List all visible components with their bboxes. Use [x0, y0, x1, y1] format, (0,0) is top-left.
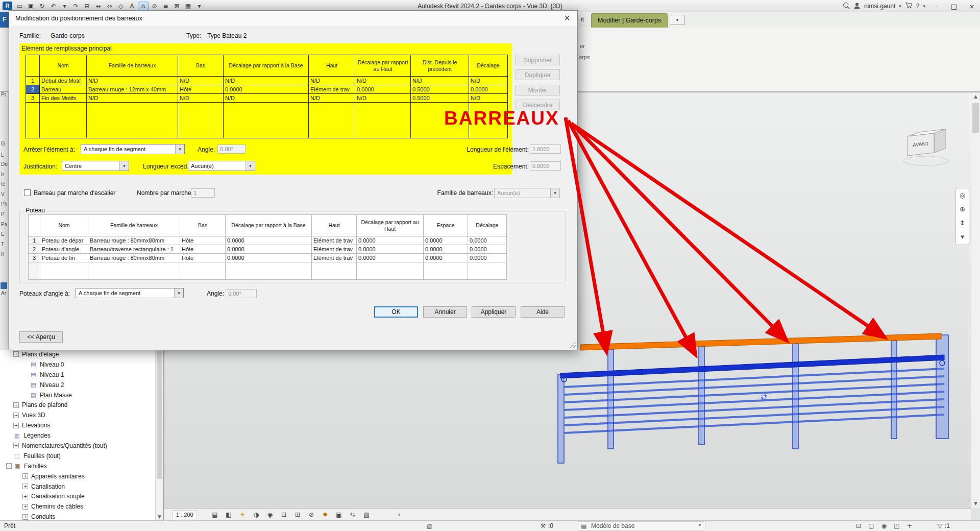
top-rail[interactable]	[580, 333, 941, 350]
cell[interactable]: Hôte	[178, 85, 224, 94]
view-cube[interactable]: AVANT	[900, 124, 953, 170]
tab-modifier-garde-corps[interactable]: Modifier | Garde-corps	[591, 13, 668, 28]
design-options-chevron-icon[interactable]: ▾	[694, 522, 705, 527]
help-icon[interactable]: ?	[916, 3, 920, 10]
cell[interactable]: Début des Motif	[40, 77, 87, 85]
expand-toggle[interactable]: +	[22, 504, 28, 510]
collapse-toggle[interactable]: -	[6, 463, 12, 469]
cell[interactable]: Fin des Motifs	[40, 94, 87, 103]
baluster-3[interactable]	[793, 344, 798, 449]
select-pinned-icon[interactable]: ◉	[878, 522, 890, 529]
justification-select[interactable]: Centre	[62, 161, 129, 171]
scrollbar-thumb[interactable]	[972, 103, 979, 133]
preview-button[interactable]: << Aperçu	[19, 331, 63, 343]
cell[interactable]: 0.0000	[355, 85, 411, 94]
switch-windows-icon[interactable]: ▦	[183, 2, 193, 11]
cell[interactable]: 0.0000	[468, 254, 507, 262]
sun-path-icon[interactable]: ☀	[236, 510, 249, 519]
scale-button[interactable]: 1 : 200	[173, 510, 197, 519]
expand-toggle[interactable]: +	[22, 514, 28, 520]
worksharing-display-icon[interactable]: ▧	[360, 510, 373, 519]
cell[interactable]: Barreau/traverse rectangulaire : 1	[88, 245, 180, 254]
collapse-bar-icon[interactable]: ‹	[393, 510, 405, 519]
help-menu-chevron-icon[interactable]: ▾	[923, 4, 925, 9]
view-cube-side-face[interactable]	[934, 129, 945, 153]
fill-pattern-table[interactable]: Nom Famille de barreaux Bas Décalage par…	[26, 55, 508, 138]
expand-toggle[interactable]: +	[22, 494, 28, 499]
scroll-down-icon[interactable]: ▼	[156, 514, 163, 519]
expand-toggle[interactable]: +	[13, 402, 19, 408]
apply-button[interactable]: Appliquer	[472, 306, 516, 318]
break-pattern-select[interactable]: A chaque fin de segment	[81, 144, 185, 154]
navigation-wheel-icon[interactable]: ◎	[957, 189, 968, 201]
cell[interactable]: Barreau rouge : 80mmx80mm	[88, 254, 180, 262]
expand-toggle[interactable]: +	[13, 423, 19, 428]
cell[interactable]	[88, 262, 180, 280]
user-name[interactable]: nimsi.gaunt	[864, 3, 895, 10]
collapse-toggle[interactable]: -	[13, 351, 19, 357]
browser-item-feuilles[interactable]: Feuilles (tout)	[0, 451, 153, 461]
selected-rail[interactable]	[560, 355, 944, 378]
browser-item-chemins-de-cables[interactable]: + Chemins de câbles	[0, 501, 153, 512]
cell[interactable]: Elément de trav	[312, 236, 357, 245]
browser-item-elevations[interactable]: + Elévations	[0, 420, 153, 430]
cell[interactable]	[411, 103, 469, 138]
scroll-up-icon[interactable]: ▲	[971, 92, 980, 101]
cell[interactable]	[469, 103, 508, 138]
temporary-view-properties-icon[interactable]: ▣	[333, 510, 345, 519]
design-option-value[interactable]: Modèle de base	[591, 522, 634, 529]
cell[interactable]	[87, 103, 178, 138]
analytical-model-icon[interactable]: ⇆	[347, 510, 359, 519]
browser-item-vues-3d[interactable]: + Vues 3D	[0, 410, 153, 420]
browser-item-canalisation[interactable]: + Canalisation	[0, 481, 153, 492]
undo-menu-icon[interactable]: ▾	[59, 2, 70, 11]
cell[interactable]: Hôte	[180, 254, 226, 262]
search-icon[interactable]	[843, 2, 850, 11]
cell[interactable]: N/D	[224, 77, 309, 85]
store-cart-icon[interactable]	[905, 2, 913, 10]
cell[interactable]	[468, 262, 507, 280]
cell[interactable]: 0.0000	[226, 236, 312, 245]
cell[interactable]	[40, 103, 87, 138]
baluster-2[interactable]	[699, 347, 704, 445]
section-icon[interactable]: ⊘	[149, 2, 160, 11]
minimize-button[interactable]: –	[929, 3, 943, 10]
browser-scrollbar[interactable]: ▼	[155, 350, 163, 520]
cell[interactable]	[178, 103, 224, 138]
reveal-hidden-icon[interactable]: ✹	[319, 510, 331, 519]
cell[interactable]: N/D	[355, 94, 411, 103]
cell[interactable]	[40, 262, 88, 280]
cell[interactable]: 0.0000	[469, 85, 508, 94]
browser-item-niveau-2[interactable]: Niveau 2	[0, 380, 153, 390]
scroll-down-icon[interactable]: ▼	[971, 499, 980, 508]
per-tread-checkbox[interactable]	[24, 189, 31, 196]
expand-toggle[interactable]: +	[22, 484, 28, 489]
expand-toggle[interactable]: +	[13, 413, 19, 418]
editing-requests-icon[interactable]: ⚒	[537, 522, 549, 529]
select-underlay-icon[interactable]: ▢	[866, 522, 877, 529]
baluster-1[interactable]	[608, 349, 614, 449]
cell[interactable]: Elément de trav	[312, 254, 357, 262]
temporary-hide-isolate-icon[interactable]: ⊘	[305, 510, 317, 519]
worksets-icon[interactable]: ▧	[424, 522, 435, 529]
browser-item-familles[interactable]: - Familles	[0, 461, 153, 471]
cell[interactable]	[357, 262, 424, 280]
zoom-icon[interactable]: ⊕	[957, 203, 968, 215]
thin-lines-icon[interactable]: ≡	[160, 2, 171, 11]
cell[interactable]: Poteau d'angle	[40, 245, 88, 254]
close-button[interactable]: ×	[965, 3, 979, 10]
crop-view-icon[interactable]: ⊡	[278, 510, 290, 519]
cell[interactable]	[309, 103, 355, 138]
dialog-close-icon[interactable]: ×	[561, 13, 573, 23]
default-3d-view-icon[interactable]: ⌂	[138, 2, 149, 11]
row-number[interactable]: 1	[29, 236, 40, 245]
browser-item-canalisation-souple[interactable]: + Canalisation souple	[0, 491, 153, 501]
scrollbar-thumb[interactable]	[157, 351, 162, 479]
cell[interactable]: N/D	[178, 94, 224, 103]
visual-style-icon[interactable]: ◧	[223, 510, 235, 519]
row-number[interactable]: 3	[26, 94, 40, 103]
expand-toggle[interactable]: +	[22, 473, 28, 479]
select-by-face-icon[interactable]: ◰	[891, 522, 902, 529]
browser-item-niveau-0[interactable]: Niveau 0	[0, 359, 153, 370]
post-right-end[interactable]	[936, 335, 948, 439]
